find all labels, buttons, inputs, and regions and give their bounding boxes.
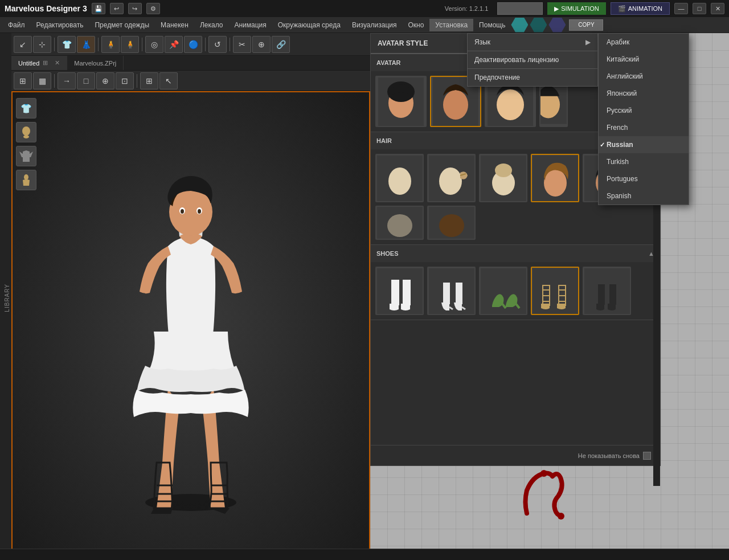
undo-btn[interactable]: ↩ — [110, 3, 124, 14]
menu-edit[interactable]: Редактировать — [31, 19, 89, 31]
lang-russian[interactable]: ✓ Russian — [599, 136, 689, 153]
tool-move2[interactable]: ⊕ — [252, 36, 271, 53]
tool2-arrow[interactable]: → — [58, 72, 76, 89]
lang-arabic[interactable]: Арабик — [599, 34, 689, 51]
menu-environment[interactable]: Окружающая среда — [272, 19, 346, 31]
icon-tshirt[interactable]: 👕 — [16, 98, 36, 118]
lang-russian-ru[interactable]: Русский — [599, 102, 689, 119]
avatar-3d-model — [105, 132, 276, 520]
tool2-zoom[interactable]: ⊕ — [96, 72, 114, 89]
tool-avatar-back[interactable]: 🧍 — [121, 36, 139, 53]
library-label: LIBRARY — [3, 279, 11, 317]
simulation-button[interactable]: ▶ SIMULATION — [547, 2, 605, 15]
menu-mannequin[interactable]: Манекен — [155, 19, 194, 31]
language-submenu: Арабик Китайский Английский Японский Рус… — [598, 33, 689, 205]
status-bar — [0, 549, 729, 560]
viewport-3d[interactable]: 👕 — [11, 91, 370, 560]
sep2-2 — [137, 74, 137, 88]
minimize-btn[interactable]: — — [674, 3, 688, 14]
shoes-thumb-grid — [375, 267, 656, 315]
tool-avatar-front[interactable]: 🧍 — [101, 36, 120, 53]
sim-icon: ▶ — [554, 5, 559, 13]
anim-icon: 🎬 — [618, 5, 626, 13]
tool2-grid[interactable]: ▦ — [33, 72, 51, 89]
shoes-section-header[interactable]: SHOES ▲ — [371, 245, 660, 262]
tab-marvelous[interactable]: Marvelous.ZPrj — [67, 56, 124, 70]
tool-shirt-back[interactable]: 👗 — [77, 36, 95, 53]
tool2-box[interactable]: □ — [77, 72, 95, 89]
avatar-thumb-1[interactable] — [375, 76, 427, 127]
tool-move[interactable]: ↙ — [14, 36, 32, 53]
svg-point-25 — [497, 89, 524, 120]
menu-window[interactable]: Окно — [402, 19, 429, 31]
tab-untitled[interactable]: Untitled ⊞ ✕ — [11, 56, 67, 70]
lang-french[interactable]: French — [599, 119, 689, 136]
menu-animation[interactable]: Анимация — [228, 19, 272, 31]
menu-help[interactable]: Помощь — [473, 19, 511, 31]
maximize-btn[interactable]: □ — [693, 3, 706, 14]
hair-thumb-7[interactable] — [427, 206, 476, 240]
menu-file[interactable]: Файл — [2, 19, 31, 31]
hair-thumb-6[interactable] — [375, 206, 424, 240]
shoes-thumb-4[interactable] — [531, 267, 579, 315]
svg-rect-46 — [429, 268, 474, 314]
lang-chinese[interactable]: Китайский — [599, 51, 689, 68]
menu-garment[interactable]: Предмет одежды — [89, 19, 155, 31]
hair-section-label: HAIR — [376, 137, 392, 144]
tab-expand-icon[interactable]: ⊞ — [39, 59, 51, 67]
tool-cut[interactable]: ✂ — [233, 36, 251, 53]
menu-item-deactivate[interactable]: Деактивировать лицензию — [468, 51, 597, 68]
tab-marvelous-label: Marvelous.ZPrj — [74, 60, 116, 67]
tool-pin[interactable]: 📌 — [165, 36, 183, 53]
hair-thumb-3[interactable] — [479, 154, 527, 202]
lang-english[interactable]: Английский — [599, 68, 689, 85]
separator-2 — [98, 38, 99, 51]
tool2-cursor[interactable]: ↖ — [159, 72, 178, 89]
menu-pattern[interactable]: Лекало — [194, 19, 229, 31]
lang-portugues[interactable]: Portugues — [599, 170, 689, 187]
dont-show-again-checkbox[interactable] — [643, 452, 651, 460]
shoes-thumb-2[interactable] — [427, 267, 476, 315]
tool-stitch[interactable]: 🔗 — [272, 36, 290, 53]
tool-refresh[interactable]: ↺ — [208, 36, 227, 53]
lang-spanish[interactable]: Spanish — [599, 187, 689, 205]
tool2-fit[interactable]: ⊡ — [116, 72, 134, 89]
menu-install[interactable]: Установка — [429, 19, 473, 31]
save-btn[interactable]: 💾 — [92, 3, 105, 14]
top-toolbar: ↙ ⊹ 👕 👗 🧍 🧍 ◎ 📌 🔵 ↺ ✂ ⊕ 🔗 — [11, 33, 370, 56]
hair-thumb-1[interactable] — [375, 154, 424, 202]
animation-button[interactable]: 🎬 ANIMATION — [611, 2, 670, 15]
icon-shirt-item[interactable] — [16, 146, 36, 166]
separator-3 — [142, 38, 142, 51]
close-btn[interactable]: ✕ — [711, 3, 724, 14]
submenu-arrow-icon: ▶ — [585, 38, 591, 46]
avatar-style-title: AVATAR STYLE — [378, 39, 428, 47]
svg-rect-2 — [23, 154, 30, 162]
tool-simulate[interactable]: ◎ — [145, 36, 163, 53]
menu-visualization[interactable]: Визуализация — [346, 19, 403, 31]
tool-pose[interactable]: 🔵 — [184, 36, 202, 53]
shoes-thumb-3[interactable] — [479, 267, 527, 315]
tab-close-icon[interactable]: ✕ — [55, 59, 60, 67]
menu-item-language-label: Язык — [474, 38, 490, 46]
menu-item-language[interactable]: Язык ▶ — [468, 34, 597, 51]
settings-btn[interactable]: ⚙ — [146, 3, 160, 14]
shoes-thumb-1[interactable] — [375, 267, 424, 315]
menu-bar: Файл Редактировать Предмет одежды Манеке… — [0, 17, 729, 33]
icon-body[interactable] — [16, 170, 36, 190]
lang-japanese-label: Японский — [607, 89, 637, 97]
copy-button[interactable]: COPY — [569, 19, 603, 31]
lang-japanese[interactable]: Японский — [599, 85, 689, 102]
tool-shirt-front[interactable]: 👕 — [58, 36, 76, 53]
shoes-thumb-5[interactable] — [583, 267, 631, 315]
tool2-snap[interactable]: ⊞ — [140, 72, 158, 89]
hair-thumb-2[interactable] — [427, 154, 476, 202]
menu-item-preferences[interactable]: Предпочтение — [468, 69, 597, 86]
tool2-frame[interactable]: ⊞ — [14, 72, 32, 89]
menu-item-preferences-label: Предпочтение — [474, 73, 520, 81]
redo-btn[interactable]: ↪ — [128, 3, 142, 14]
hair-thumb-4[interactable] — [531, 154, 579, 202]
icon-head[interactable] — [16, 122, 36, 142]
lang-turkish[interactable]: Turkish — [599, 153, 689, 170]
tool-select[interactable]: ⊹ — [33, 36, 51, 53]
